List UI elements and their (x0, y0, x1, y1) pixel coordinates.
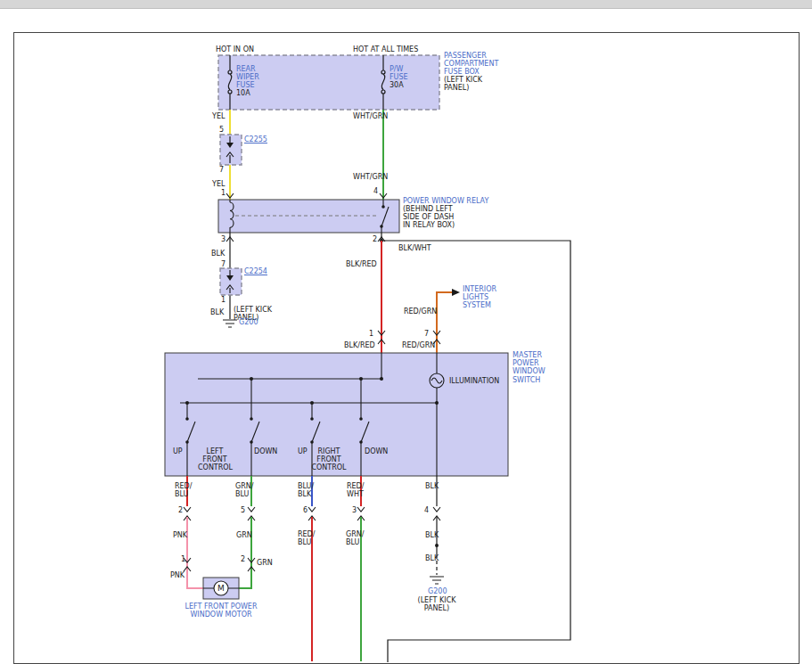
blk-label-lower: BLK (210, 308, 224, 316)
left-front-control-label: LEFT FRONT CONTROL (198, 447, 232, 472)
pin-1-label-switch: 1 (369, 330, 373, 338)
grn-label-lower: GRN (257, 559, 273, 567)
up2-label: UP (298, 447, 308, 455)
down2-label: DOWN (365, 447, 388, 455)
pin-5-label: 5 (219, 126, 224, 134)
motor-letter: M (217, 584, 225, 593)
pin-6-label-col3: 6 (303, 506, 308, 514)
g200-left-label[interactable]: G200 (239, 318, 258, 326)
fusebox-title: PASSENGER COMPARTMENT FUSE BOX (444, 52, 498, 77)
pin-1-label-relay: 1 (221, 189, 226, 197)
relay-title: POWER WINDOW RELAY (403, 197, 488, 205)
redgrn-label-lower: RED/GRN (402, 341, 435, 349)
motor-label: LEFT FRONT POWER WINDOW MOTOR (182, 603, 260, 619)
redblu-label-lower-col3: RED/ BLU (298, 530, 315, 546)
grnblu-label-col2: GRN/ BLU (235, 482, 253, 498)
blkred-label-lower: BLK/RED (344, 341, 375, 349)
interior-lights-arrow (452, 289, 460, 296)
wiring-diagram-screen: M HOT IN ON HOT AT ALL TIMES PASSENGER C… (0, 0, 812, 664)
grn-label-mid: GRN (236, 531, 252, 539)
connector-c2254-link[interactable]: C2254 (244, 267, 267, 275)
rear-wiper-fuse-rating: 10A (236, 89, 250, 97)
connector-c2255-link[interactable]: C2255 (244, 135, 267, 143)
g200-right-label[interactable]: G200 (428, 587, 447, 595)
wire-redgrn (433, 289, 460, 353)
pin-2-label-relay: 2 (373, 235, 377, 243)
pw-fuse-rating: 30A (390, 81, 404, 89)
connector-c2255-symbol (220, 135, 242, 165)
wire-blkred (378, 241, 385, 353)
ground-right-location: (LEFT KICK PANEL) (417, 596, 456, 612)
blk-label-upper: BLK (211, 250, 225, 258)
redblu-label-col1: RED/ BLU (175, 482, 192, 498)
blk-label-mid-col5: BLK (425, 531, 439, 539)
right-front-control-label: RIGHT FRONT CONTROL (311, 447, 347, 472)
down1-label: DOWN (254, 447, 277, 455)
pin-1-label-c2254: 1 (221, 296, 226, 304)
redgrn-label-upper: RED/GRN (404, 307, 437, 316)
redwht-label-col4: RED/ WHT (347, 482, 364, 498)
motor-symbol: M (203, 578, 239, 599)
whtgrn-label-lower: WHT/GRN (353, 173, 388, 181)
yel-label-lower: YEL (212, 180, 225, 188)
output-wires (184, 476, 440, 661)
hot-in-on-label: HOT IN ON (216, 45, 254, 53)
ground-run-right (430, 517, 444, 584)
motor-pin-1-label: 1 (181, 555, 185, 563)
pnk-label-mid: PNK (173, 531, 187, 539)
relay-location: (BEHIND LEFT SIDE OF DASH IN RELAY BOX) (403, 205, 455, 230)
blublk-label-col3: BLU/ BLK (298, 482, 314, 498)
ground-symbol-right (430, 577, 444, 584)
illumination-label: ILLUMINATION (449, 377, 499, 385)
blkwht-label: BLK/WHT (398, 244, 431, 252)
whtgrn-label-upper: WHT/GRN (353, 112, 388, 120)
rear-wiper-fuse-label: REAR WIPER FUSE (236, 65, 259, 90)
pin-4-label-col5: 4 (424, 506, 429, 514)
up1-label: UP (173, 447, 183, 455)
interior-lights-label: INTERIOR LIGHTS SYSTEM (463, 285, 496, 310)
power-window-relay-box (218, 200, 399, 233)
pin-7-label-switch: 7 (424, 330, 429, 338)
pin-7-label-c2254: 7 (221, 260, 226, 268)
pnk-label-lower: PNK (170, 571, 185, 579)
yel-label-upper: YEL (212, 112, 225, 120)
pin-5-label-col2: 5 (241, 506, 245, 514)
pin-4-label-relay: 4 (373, 187, 378, 195)
blk-label-lower-col5: BLK (425, 554, 439, 562)
fusebox-location: (LEFT KICK PANEL) (444, 76, 482, 92)
pin-3-label-col4: 3 (352, 506, 357, 514)
blk-label-col5: BLK (425, 482, 439, 490)
wiring-diagram-svg: M (0, 0, 812, 664)
grnblu-label-lower-col4: GRN/ BLU (346, 530, 364, 546)
master-switch-title: MASTER POWER WINDOW SWITCH (513, 351, 545, 384)
hot-at-all-times-label: HOT AT ALL TIMES (353, 45, 418, 53)
pw-fuse-label: P/W FUSE (390, 65, 408, 81)
pin-3-label-relay: 3 (221, 235, 226, 243)
pin-7-label-c2255: 7 (219, 166, 224, 174)
blkred-label-upper: BLK/RED (346, 260, 377, 268)
pin-2-label-col1: 2 (178, 506, 183, 514)
motor-pin-2-label: 2 (241, 555, 245, 563)
